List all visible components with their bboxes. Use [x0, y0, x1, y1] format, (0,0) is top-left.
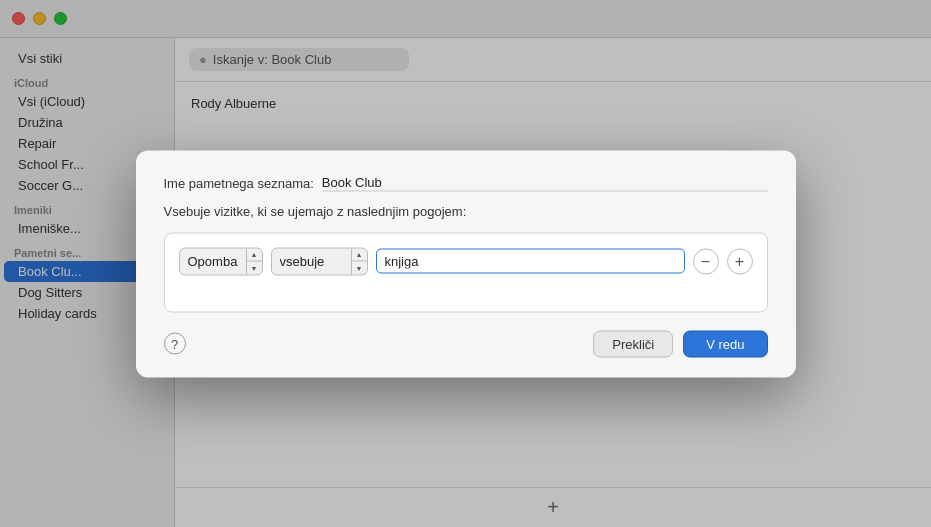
operator-stepper-down[interactable]: ▼	[352, 262, 367, 275]
field-select-wrapper[interactable]: OpombaImePriimekE-pošta ▲ ▼	[179, 247, 263, 275]
name-input[interactable]	[322, 174, 768, 191]
field-stepper-down[interactable]: ▼	[247, 262, 262, 275]
field-select[interactable]: OpombaImePriimekE-pošta	[180, 248, 246, 274]
footer-actions: Prekliči V redu	[593, 330, 767, 357]
remove-condition-button[interactable]: −	[693, 248, 719, 274]
name-label: Ime pametnega seznama:	[164, 175, 314, 190]
add-condition-button[interactable]: +	[727, 248, 753, 274]
operator-stepper[interactable]: ▲ ▼	[351, 248, 367, 274]
field-stepper-up[interactable]: ▲	[247, 248, 262, 262]
condition-subtitle: Vsebuje vizitke, ki se ujemajo z nasledn…	[164, 203, 768, 218]
condition-row: OpombaImePriimekE-pošta ▲ ▼ vsebujene vs…	[179, 247, 753, 275]
field-stepper[interactable]: ▲ ▼	[246, 248, 262, 274]
help-button[interactable]: ?	[164, 333, 186, 355]
operator-select[interactable]: vsebujene vsebujejeni	[272, 248, 351, 274]
name-row: Ime pametnega seznama:	[164, 174, 768, 191]
smart-list-dialog: Ime pametnega seznama: Vsebuje vizitke, …	[136, 150, 796, 377]
conditions-box: OpombaImePriimekE-pošta ▲ ▼ vsebujene vs…	[164, 232, 768, 312]
operator-select-wrapper[interactable]: vsebujene vsebujejeni ▲ ▼	[271, 247, 368, 275]
cancel-button[interactable]: Prekliči	[593, 330, 673, 357]
dialog-footer: ? Prekliči V redu	[164, 330, 768, 357]
operator-stepper-up[interactable]: ▲	[352, 248, 367, 262]
condition-value-input[interactable]	[376, 249, 685, 274]
ok-button[interactable]: V redu	[683, 330, 767, 357]
